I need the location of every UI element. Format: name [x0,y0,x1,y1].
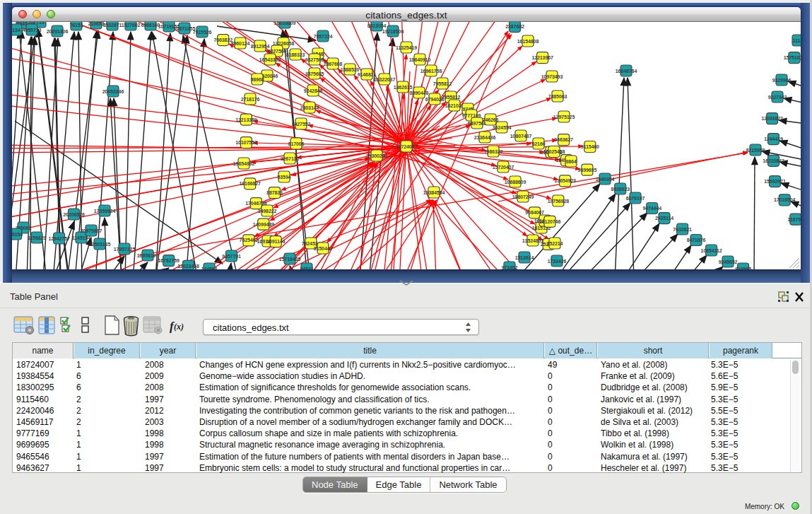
svg-text:53594: 53594 [278,175,291,180]
svg-text:924565: 924565 [735,267,751,270]
svg-text:2803144: 2803144 [300,105,319,110]
svg-text:9084067: 9084067 [525,210,544,215]
svg-text:12023468: 12023468 [177,264,199,269]
svg-text:20206576: 20206576 [63,212,85,217]
svg-text:1112: 1112 [793,38,801,43]
svg-text:10107552: 10107552 [235,140,257,145]
svg-text:12213369: 12213369 [235,117,257,122]
svg-text:252214: 252214 [547,241,563,246]
svg-text:1156829: 1156829 [28,235,46,240]
svg-text:14099489: 14099489 [253,222,275,227]
svg-text:7625402: 7625402 [240,238,259,243]
svg-text:12503135: 12503135 [89,242,111,247]
svg-text:62160: 62160 [532,141,546,146]
svg-text:16648784: 16648784 [616,69,637,74]
svg-text:887833: 887833 [266,190,283,195]
svg-text:9864: 9864 [565,159,576,164]
svg-text:8427552: 8427552 [292,122,311,127]
svg-text:16543362: 16543362 [259,57,281,62]
svg-text:1733426: 1733426 [548,259,567,264]
svg-text:16210643: 16210643 [763,158,784,163]
svg-text:98968: 98968 [251,77,264,82]
svg-text:7986322: 7986322 [484,149,503,154]
svg-text:7955812: 7955812 [433,81,452,86]
svg-text:20053346: 20053346 [102,89,124,94]
svg-text:19166827: 19166827 [240,181,261,186]
svg-text:1621022: 1621022 [445,103,464,108]
svg-text:29300203: 29300203 [366,153,388,158]
svg-text:15751074: 15751074 [784,55,801,60]
svg-text:1527602: 1527602 [122,23,141,28]
svg-text:1498222: 1498222 [258,209,277,214]
svg-text:8186323: 8186323 [286,52,305,57]
svg-text:21364436: 21364436 [474,135,496,140]
svg-text:9150447: 9150447 [314,246,333,251]
svg-text:4055713: 4055713 [23,28,42,33]
svg-text:1513614: 1513614 [515,255,534,260]
svg-text:9457791: 9457791 [222,254,241,259]
svg-text:8912954: 8912954 [251,44,270,49]
svg-text:9115460: 9115460 [581,144,599,149]
svg-text:9245652: 9245652 [719,259,738,264]
svg-text:8990448: 8990448 [410,90,429,95]
svg-text:116753: 116753 [788,217,801,222]
svg-text:7955812: 7955812 [442,95,461,100]
svg-text:12213967: 12213967 [531,55,553,60]
svg-text:15692971: 15692971 [764,179,786,184]
svg-text:17359924: 17359924 [94,209,116,214]
svg-text:7515526: 7515526 [193,30,212,35]
svg-text:18724007: 18724007 [396,144,418,149]
svg-text:19654982: 19654982 [233,161,255,166]
svg-text:8532871: 8532871 [103,23,122,28]
svg-text:8960124: 8960124 [231,41,250,46]
svg-text:9699695: 9699695 [578,168,597,173]
svg-text:10688609: 10688609 [505,180,526,185]
svg-text:10973493: 10973493 [541,74,563,79]
svg-text:19756928: 19756928 [548,199,570,204]
svg-text:16033809: 16033809 [274,22,296,25]
svg-text:(x): (x) [174,322,184,332]
svg-text:713: 713 [36,22,45,25]
svg-text:9463627: 9463627 [554,137,573,142]
svg-text:84521: 84521 [300,267,314,270]
svg-text:9474444: 9474444 [642,206,661,211]
svg-text:2387682: 2387682 [505,24,524,29]
svg-text:9242848: 9242848 [304,88,323,93]
svg-text:3875685: 3875685 [305,71,324,76]
svg-text:134: 134 [12,28,20,33]
svg-text:9227342: 9227342 [768,95,787,100]
svg-text:30975887: 30975887 [81,228,102,233]
svg-text:6879197: 6879197 [626,196,645,201]
svg-text:13654923: 13654923 [554,178,576,183]
svg-text:16961758: 16961758 [420,69,442,74]
svg-text:1244419: 1244419 [764,136,783,141]
svg-text:124563: 124563 [201,267,218,270]
svg-text:3624554: 3624554 [493,125,512,130]
svg-text:18807249: 18807249 [512,194,534,199]
svg-text:12942757: 12942757 [48,236,70,241]
svg-text:2718176: 2718176 [241,97,260,102]
svg-text:16120746: 16120746 [539,219,561,224]
svg-text:12093822: 12093822 [761,116,783,121]
svg-text:8471676: 8471676 [687,238,706,243]
svg-text:7485063: 7485063 [548,94,567,99]
svg-text:10025458: 10025458 [543,149,565,154]
svg-text:76151: 76151 [70,23,83,28]
svg-text:1362615: 1362615 [394,85,413,90]
svg-text:1588520: 1588520 [341,67,360,72]
svg-text:39154: 39154 [12,232,23,237]
svg-text:1640954: 1640954 [596,177,615,182]
svg-text:10807487: 10807487 [510,134,532,139]
svg-text:12975125: 12975125 [553,115,575,119]
svg-text:11325419: 11325419 [396,45,417,50]
svg-text:18640910: 18640910 [409,57,431,62]
svg-text:19218506: 19218506 [382,29,404,34]
svg-text:9329966: 9329966 [772,78,792,83]
svg-text:2935114: 2935114 [655,216,673,221]
svg-text:973452: 973452 [502,265,518,270]
svg-text:9327508: 9327508 [305,57,324,62]
svg-text:16154808: 16154808 [517,39,539,44]
svg-text:17016504: 17016504 [774,197,796,202]
svg-text:8938923: 8938923 [611,187,630,192]
svg-text:15716485: 15716485 [279,257,301,262]
